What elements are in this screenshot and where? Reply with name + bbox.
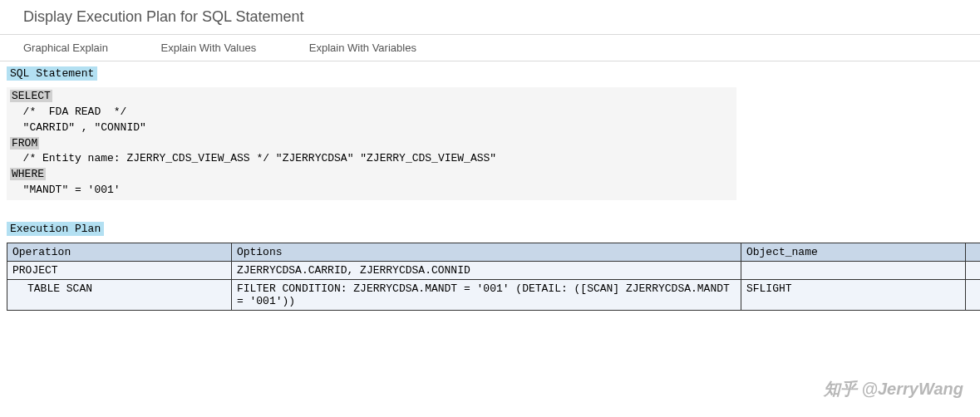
table-header-row: Operation Options Object_name bbox=[7, 243, 981, 261]
table-row: PROJECT ZJERRYCDSA.CARRID, ZJERRYCDSA.CO… bbox=[7, 261, 981, 279]
tab-explain-with-variables[interactable]: Explain With Variables bbox=[309, 42, 416, 54]
plan-section-label: Execution Plan bbox=[7, 222, 104, 236]
page-title: Display Execution Plan for SQL Statement bbox=[0, 0, 980, 34]
col-operation: Operation bbox=[7, 243, 232, 261]
sql-line-fda: /* FDA READ */ bbox=[10, 105, 126, 118]
col-object-name: Object_name bbox=[741, 243, 966, 261]
table-row: TABLE SCAN FILTER CONDITION: ZJERRYCDSA.… bbox=[7, 279, 981, 310]
cell-object-name: SFLIGHT bbox=[741, 279, 966, 310]
tab-explain-with-values[interactable]: Explain With Values bbox=[161, 42, 257, 54]
cell-operation: PROJECT bbox=[7, 261, 232, 279]
col-extra bbox=[966, 243, 980, 261]
sql-section-label: SQL Statement bbox=[7, 66, 97, 81]
sql-line-columns: "CARRID" , "CONNID" bbox=[10, 121, 146, 134]
cell-extra bbox=[966, 261, 980, 279]
execution-plan-table: Operation Options Object_name PROJECT ZJ… bbox=[7, 243, 980, 311]
execution-plan-section: Execution Plan Operation Options Object_… bbox=[0, 217, 980, 311]
sql-line-where: "MANDT" = '001' bbox=[10, 184, 121, 196]
cell-options: FILTER CONDITION: ZJERRYCDSA.MANDT = '00… bbox=[231, 279, 741, 310]
sql-keyword-select: SELECT bbox=[10, 90, 52, 102]
sql-statement-section: SQL Statement SELECT /* FDA READ */ "CAR… bbox=[0, 61, 980, 200]
cell-object-name bbox=[741, 261, 966, 279]
sql-line-from: /* Entity name: ZJERRY_CDS_VIEW_ASS */ "… bbox=[10, 152, 496, 164]
cell-options: ZJERRYCDSA.CARRID, ZJERRYCDSA.CONNID bbox=[231, 261, 741, 279]
sql-code-block: SELECT /* FDA READ */ "CARRID" , "CONNID… bbox=[7, 87, 736, 200]
sql-keyword-from: FROM bbox=[10, 137, 39, 150]
tabs-row: Graphical Explain Explain With Values Ex… bbox=[0, 34, 980, 61]
sql-keyword-where: WHERE bbox=[10, 168, 46, 180]
col-options: Options bbox=[231, 243, 741, 261]
tab-graphical-explain[interactable]: Graphical Explain bbox=[23, 42, 108, 54]
cell-operation: TABLE SCAN bbox=[7, 279, 232, 310]
cell-extra bbox=[966, 279, 980, 310]
